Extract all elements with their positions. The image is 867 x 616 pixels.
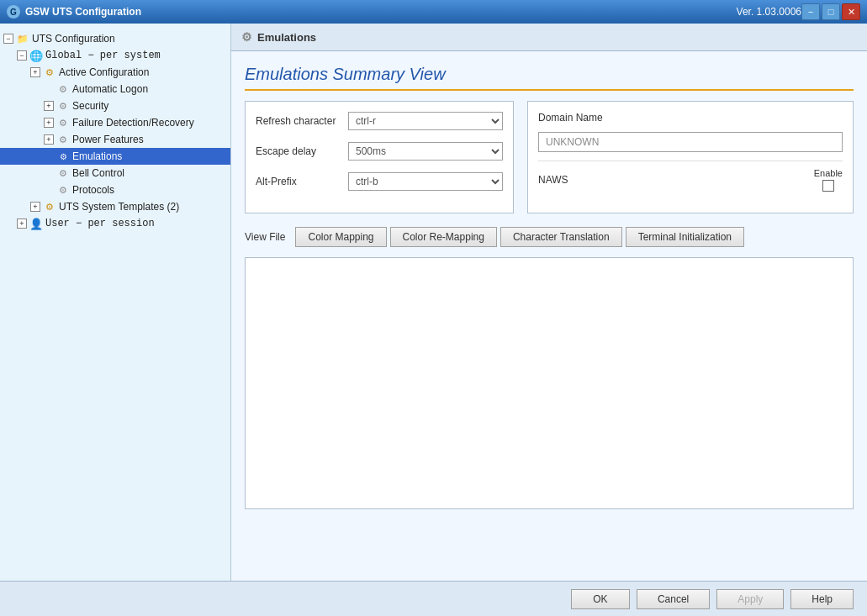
ok-button[interactable]: OK <box>571 589 630 609</box>
title-bar: G GSW UTS Configuration Ver. 1.03.0006 −… <box>0 0 867 24</box>
sidebar-item-power-features[interactable]: + ⚙ Power Features <box>0 131 230 148</box>
sidebar-item-root[interactable]: − 📁 UTS Configuration <box>0 30 230 47</box>
sidebar-item-protocols[interactable]: ⚙ Protocols <box>0 182 230 198</box>
escape-delay-label: Escape delay <box>256 145 348 157</box>
sidebar-label-bell: Bell Control <box>72 167 124 179</box>
escape-delay-row: Escape delay 500ms 250ms 1000ms <box>256 142 503 161</box>
naws-enable-label: Enable <box>814 168 843 178</box>
sidebar-label-protocols: Protocols <box>72 184 114 196</box>
help-button[interactable]: Help <box>790 589 854 609</box>
emulations-icon: ⚙ <box>56 150 70 163</box>
sidebar-label-power: Power Features <box>72 134 144 145</box>
view-file-label: View File <box>245 231 285 243</box>
maximize-button[interactable]: □ <box>822 3 840 20</box>
alt-prefix-row: Alt-Prefix ctrl-b ctrl-a none <box>256 172 503 191</box>
apply-button[interactable]: Apply <box>716 589 784 609</box>
bell-icon: ⚙ <box>56 166 70 180</box>
user-icon: 👤 <box>29 217 43 230</box>
sidebar-label-security: Security <box>72 100 108 112</box>
sidebar-root-label: UTS Configuration <box>32 33 115 45</box>
protocols-icon: ⚙ <box>56 183 70 197</box>
sidebar-item-active-config[interactable]: + ⚙ Active Configuration <box>0 64 230 81</box>
sidebar-label-user: User − per session <box>45 218 155 229</box>
panel-header: ⚙ Emulations <box>231 24 867 51</box>
sidebar-label-uts-templates: UTS System Templates (2) <box>59 201 179 213</box>
panel-header-label: Emulations <box>257 31 316 44</box>
sidebar-item-auto-logon[interactable]: ⚙ Automatic Logon <box>0 81 230 97</box>
form-right: Domain Name NAWS Enable <box>527 101 854 213</box>
security-icon: ⚙ <box>56 99 70 113</box>
app-title: GSW UTS Configuration <box>25 6 730 18</box>
panel-body: Emulations Summary View Refresh characte… <box>231 51 867 581</box>
sidebar-item-bell-control[interactable]: ⚙ Bell Control <box>0 165 230 182</box>
main-container: − 📁 UTS Configuration − 🌐 Global − per s… <box>0 24 867 581</box>
global-icon: 🌐 <box>29 49 43 62</box>
section-title: Emulations Summary View <box>245 65 854 91</box>
character-translation-button[interactable]: Character Translation <box>500 227 622 247</box>
cancel-button[interactable]: Cancel <box>637 589 710 609</box>
refresh-char-select[interactable]: ctrl-r ctrl-l none <box>348 112 503 130</box>
expand-power[interactable]: + <box>44 134 54 145</box>
alt-prefix-label: Alt-Prefix <box>256 176 348 187</box>
sidebar-label-auto-logon: Automatic Logon <box>72 83 148 95</box>
sidebar: − 📁 UTS Configuration − 🌐 Global − per s… <box>0 24 231 581</box>
close-button[interactable]: ✕ <box>842 3 860 20</box>
sidebar-label-failure: Failure Detection/Recovery <box>72 117 194 129</box>
expand-root[interactable]: − <box>3 34 13 44</box>
domain-name-label: Domain Name <box>538 112 843 124</box>
alt-prefix-select[interactable]: ctrl-b ctrl-a none <box>348 172 503 191</box>
sidebar-label-global: Global − per system <box>45 50 161 61</box>
refresh-char-label: Refresh character <box>256 115 348 127</box>
content-panel: ⚙ Emulations Emulations Summary View Ref… <box>231 24 867 581</box>
naws-row: NAWS Enable <box>538 168 843 192</box>
expand-uts-templates[interactable]: + <box>30 202 40 212</box>
expand-failure[interactable]: + <box>44 118 54 128</box>
refresh-char-row: Refresh character ctrl-r ctrl-l none <box>256 112 503 130</box>
terminal-initialization-button[interactable]: Terminal Initialization <box>626 227 744 247</box>
expand-global[interactable]: − <box>17 50 27 61</box>
naws-section: NAWS Enable <box>538 161 843 192</box>
expand-user[interactable]: + <box>17 218 27 229</box>
app-version: Ver. 1.03.0006 <box>737 6 801 18</box>
escape-delay-select[interactable]: 500ms 250ms 1000ms <box>348 142 503 161</box>
form-left: Refresh character ctrl-r ctrl-l none Esc… <box>245 101 514 213</box>
uts-templates-icon: ⚙ <box>43 200 56 213</box>
active-config-icon: ⚙ <box>43 66 56 79</box>
color-remapping-button[interactable]: Color Re-Mapping <box>390 227 497 247</box>
form-group: Refresh character ctrl-r ctrl-l none Esc… <box>245 101 854 213</box>
app-icon: G <box>7 5 20 18</box>
auto-logon-icon: ⚙ <box>56 82 70 96</box>
sidebar-label-emulations: Emulations <box>72 150 122 162</box>
domain-name-input[interactable] <box>538 132 843 152</box>
naws-enable: Enable <box>814 168 843 192</box>
naws-label: NAWS <box>538 174 568 186</box>
naws-checkbox[interactable] <box>822 180 834 192</box>
root-folder-icon: 📁 <box>16 32 29 45</box>
bottom-bar: OK Cancel Apply Help <box>0 581 867 616</box>
sidebar-item-failure-detection[interactable]: + ⚙ Failure Detection/Recovery <box>0 114 230 131</box>
file-buttons-row: View File Color Mapping Color Re-Mapping… <box>245 227 854 247</box>
sidebar-item-security[interactable]: + ⚙ Security <box>0 97 230 114</box>
minimize-button[interactable]: − <box>801 3 820 20</box>
content-area <box>245 257 854 509</box>
expand-security[interactable]: + <box>44 101 54 111</box>
sidebar-item-uts-templates[interactable]: + ⚙ UTS System Templates (2) <box>0 198 230 215</box>
sidebar-item-global[interactable]: − 🌐 Global − per system <box>0 47 230 64</box>
power-icon: ⚙ <box>56 133 70 146</box>
expand-active-config[interactable]: + <box>30 67 40 77</box>
color-mapping-button[interactable]: Color Mapping <box>295 227 386 247</box>
window-controls: − □ ✕ <box>801 3 860 20</box>
sidebar-label-active-config: Active Configuration <box>59 66 149 78</box>
sidebar-item-emulations[interactable]: ⚙ Emulations <box>0 148 230 165</box>
failure-icon: ⚙ <box>56 116 70 129</box>
sidebar-item-user-session[interactable]: + 👤 User − per session <box>0 215 230 232</box>
panel-header-icon: ⚙ <box>241 30 252 44</box>
